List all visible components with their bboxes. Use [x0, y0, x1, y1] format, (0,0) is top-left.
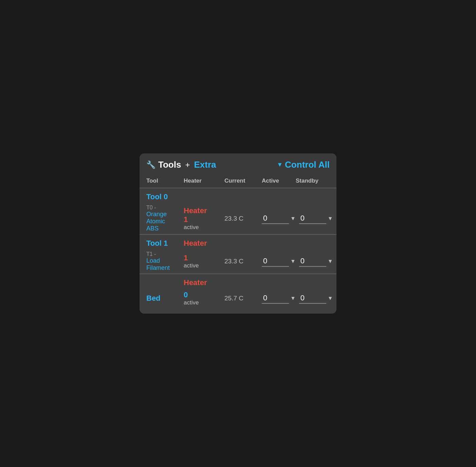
tool1-heater-label: Heater: [184, 239, 330, 248]
tool1-heater: 1 active: [184, 254, 224, 269]
tool0-active-wrapper: ▼: [262, 213, 299, 224]
tool0-heater-label: Heater: [184, 206, 224, 215]
bed-heater-label: Heater: [184, 278, 330, 287]
bed-current-temp: 25.7 C: [224, 295, 262, 302]
plus-label: +: [185, 160, 190, 170]
tools-label: Tools: [158, 160, 181, 170]
tool1-material[interactable]: Filament: [146, 264, 184, 272]
control-all-button[interactable]: ▼ Control All: [277, 160, 330, 170]
tool1-name: Tool 1: [146, 239, 184, 248]
dropdown-arrow-icon: ▼: [277, 161, 283, 168]
bed-heater: 0 active: [184, 291, 224, 306]
tool0-material[interactable]: Atomic: [146, 218, 184, 225]
tool0-color[interactable]: Orange: [146, 211, 184, 218]
tools-panel: 🔧 Tools + Extra ▼ Control All Tool Heate…: [140, 153, 336, 314]
col-active: Active: [262, 178, 296, 184]
bed-active-input[interactable]: [262, 293, 289, 304]
tool0-sub-id: T0 -: [146, 205, 184, 211]
tool1-standby-dropdown[interactable]: ▼: [328, 258, 333, 264]
bed-status: active: [184, 299, 224, 306]
bed-heater-num: 0: [184, 291, 224, 299]
bed-row: Bed 0 active 25.7 C ▼ ▼: [140, 288, 336, 308]
tool1-standby-wrapper: ▼: [299, 256, 336, 267]
bed-standby-input[interactable]: [299, 293, 326, 304]
panel-header: 🔧 Tools + Extra ▼ Control All: [140, 153, 336, 175]
tool1-info: T1 - Load Filament: [146, 251, 184, 272]
tool0-heater-num: 1: [184, 215, 224, 224]
tool0-active-input[interactable]: [262, 213, 289, 224]
tool0-current-temp: 23.3 C: [224, 215, 262, 222]
bed-active-wrapper: ▼: [262, 293, 299, 304]
wrench-icon: 🔧: [146, 161, 155, 169]
bed-info: Bed: [146, 294, 184, 303]
tool0-info: T0 - Orange Atomic ABS: [146, 205, 184, 232]
bed-name: Bed: [146, 294, 161, 302]
bed-standby-dropdown[interactable]: ▼: [328, 295, 333, 301]
col-current: Current: [224, 178, 262, 184]
col-standby: Standby: [296, 178, 330, 184]
tool0-heater: Heater 1 active: [184, 206, 224, 231]
tool1-current-temp: 23.3 C: [224, 258, 262, 265]
bed-active-dropdown[interactable]: ▼: [290, 295, 296, 301]
tool0-standby-dropdown[interactable]: ▼: [328, 216, 333, 222]
control-all-label: Control All: [285, 160, 330, 170]
col-tool: Tool: [146, 178, 184, 184]
bed-standby-wrapper: ▼: [299, 293, 336, 304]
tool0-name: Tool 0: [146, 192, 168, 201]
header-left: 🔧 Tools + Extra: [146, 160, 216, 170]
tool0-standby-input[interactable]: [299, 213, 326, 224]
tool0-section: Tool 0 T0 - Orange Atomic ABS Heater 1 a…: [140, 188, 336, 234]
bed-section: Heater Bed 0 active 25.7 C ▼ ▼: [140, 274, 336, 314]
tool1-row: T1 - Load Filament 1 active 23.3 C ▼ ▼: [140, 249, 336, 274]
tool0-standby-wrapper: ▼: [299, 213, 336, 224]
tool0-status: active: [184, 224, 224, 231]
tool0-row: T0 - Orange Atomic ABS Heater 1 active 2…: [140, 203, 336, 234]
tool0-material2[interactable]: ABS: [146, 225, 184, 232]
tool1-standby-input[interactable]: [299, 256, 326, 267]
extra-button[interactable]: Extra: [194, 160, 216, 170]
tool1-active-wrapper: ▼: [262, 256, 299, 267]
tool1-section: Tool 1 Heater T1 - Load Filament 1 activ…: [140, 235, 336, 274]
tool0-active-dropdown[interactable]: ▼: [290, 216, 296, 222]
col-heater: Heater: [184, 178, 224, 184]
column-headers: Tool Heater Current Active Standby: [140, 175, 336, 188]
tool1-status: active: [184, 262, 224, 269]
tool1-sub-id: T1 -: [146, 251, 184, 257]
tool1-active-input[interactable]: [262, 256, 289, 267]
tool1-heater-num: 1: [184, 254, 224, 262]
tool1-active-dropdown[interactable]: ▼: [290, 258, 296, 264]
tool1-action[interactable]: Load: [146, 257, 184, 264]
